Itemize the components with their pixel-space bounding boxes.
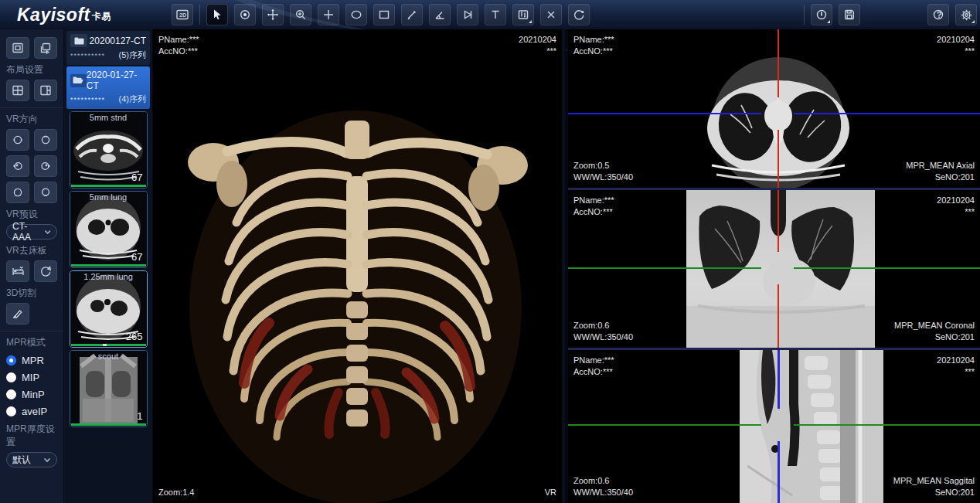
radio-label: aveIP — [22, 406, 47, 417]
crosshair-red-vertical[interactable] — [778, 130, 779, 188]
series-thumbnail-5mm-stnd[interactable]: 5mm stnd 67 — [70, 111, 148, 189]
mpr-mode-option-mip[interactable]: MIP — [6, 372, 57, 383]
thumbnail-label: 5mm lung — [70, 192, 147, 202]
crosshair-red-vertical[interactable] — [778, 190, 779, 252]
vr-orientation-superior-button[interactable] — [6, 182, 29, 203]
patient-masked: ********** — [70, 52, 105, 59]
patient-masked: ********** — [70, 96, 105, 104]
layout-grid-2x2-button[interactable] — [6, 80, 29, 101]
thumbnail-progress-bar — [71, 185, 146, 187]
mpr-mode-option-minp[interactable]: MinP — [6, 389, 57, 400]
crosshair-blue-vertical[interactable] — [778, 441, 780, 503]
series-count: (5)序列 — [119, 49, 146, 61]
measure-length-tool-button[interactable] — [401, 4, 423, 25]
section-label-mpr-thickness: MPR厚度设置 — [6, 423, 57, 449]
viewport-mpr-sagittal[interactable]: PName:***AccNO:*** 20210204*** Zoom:0.6W… — [568, 350, 980, 503]
series-thumbnail-scout[interactable]: scout 1 — [70, 350, 148, 427]
series-thumbnail-5mm-lung[interactable]: 5mm lung 67 — [70, 191, 148, 268]
radio-selected-icon[interactable] — [6, 355, 16, 365]
axial-zoom-wwwl: Zoom:0.5WW/WL:350/40 — [573, 160, 633, 183]
reset-view-button[interactable] — [568, 4, 590, 25]
mpr-mode-option-mpr[interactable]: MPR — [6, 355, 57, 366]
toolbar-separator — [199, 5, 200, 25]
toolbar-right: ? — [927, 4, 977, 25]
vr-orientation-right-button[interactable] — [34, 155, 57, 177]
cine-scroll-tool-button[interactable] — [234, 4, 256, 25]
study-item[interactable]: 20200127-CT ********** (5)序列 — [66, 31, 150, 65]
axial-mode-seno: MPR_MEAN AxialSeNO:201 — [906, 160, 975, 183]
vr-orientation-posterior-button[interactable] — [34, 129, 57, 151]
app-window: Kayisoft卡易 2D — [0, 0, 980, 503]
crosshair-green-horizontal[interactable] — [794, 267, 980, 269]
save-button[interactable] — [839, 4, 860, 25]
crosshair-green-horizontal[interactable] — [568, 267, 761, 269]
zoom-tool-button[interactable] — [290, 4, 311, 25]
power-info-button[interactable] — [811, 4, 832, 25]
radio-icon[interactable] — [6, 389, 16, 399]
chevron-down-icon — [44, 229, 51, 235]
remove-bed-button[interactable] — [6, 260, 29, 282]
radio-icon[interactable] — [6, 406, 16, 416]
vr-preset-value: CT-AAA — [12, 221, 44, 243]
thumbnail-image-number: 1 — [137, 410, 142, 422]
delete-annotation-button[interactable] — [540, 4, 562, 25]
angle-tool-button[interactable] — [429, 4, 451, 25]
layout-panel-arrange-button[interactable] — [34, 37, 57, 59]
toolbar-separator — [804, 5, 805, 25]
pan-tool-button[interactable] — [262, 4, 284, 25]
reset-bed-button[interactable] — [34, 260, 57, 282]
crosshair-tool-button[interactable] — [318, 4, 339, 25]
crosshair-blue-horizontal[interactable] — [568, 113, 761, 114]
viewport-mpr-axial[interactable]: PName:***AccNO:*** 20210204*** Zoom:0.5W… — [568, 29, 980, 188]
sagittal-mode-seno: MPR_MEAN SaggitalSeNO:201 — [893, 475, 975, 498]
thumbnail-image-number: 67 — [131, 251, 142, 263]
folder-closed-icon — [70, 34, 87, 47]
viewport-vr-3d[interactable]: PName:***AccNO:*** 20210204*** Zoom:1.4 … — [153, 29, 565, 503]
crosshair-green-horizontal[interactable] — [568, 424, 761, 426]
vr-ribcage-render — [153, 29, 562, 503]
thumbnail-image-number: 67 — [131, 172, 142, 183]
section-label-mpr-mode: MPR模式 — [6, 336, 57, 349]
layout-split-right-button[interactable] — [34, 80, 57, 101]
ellipse-roi-tool-button[interactable] — [345, 4, 367, 25]
vr-orientation-left-button[interactable] — [6, 155, 29, 177]
radio-icon[interactable] — [6, 372, 16, 382]
vr-preset-select[interactable]: CT-AAA — [6, 224, 57, 240]
viewport-mpr-coronal[interactable]: PName:***AccNO:*** 20210204*** Zoom:0.6W… — [568, 190, 980, 348]
svg-text:2D: 2D — [179, 12, 186, 18]
coronal-patient-info: PName:***AccNO:*** — [573, 195, 614, 218]
axial-study-date: 20210204*** — [937, 34, 975, 57]
window-level-tool-button[interactable] — [512, 4, 534, 25]
cut-knife-button[interactable] — [6, 303, 29, 325]
vr-orientation-inferior-button[interactable] — [34, 182, 57, 203]
mpr-thickness-select[interactable]: 默认 — [6, 452, 57, 467]
section-label-layout: 布局设置 — [6, 63, 57, 76]
rectangle-roi-tool-button[interactable] — [373, 4, 395, 25]
coronal-study-date: 20210204*** — [937, 195, 975, 218]
study-item-selected[interactable]: 2020-01-27-CT ********** (4)序列 — [66, 66, 150, 109]
settings-gear-button[interactable] — [955, 4, 977, 25]
2d-view-button[interactable]: 2D — [172, 4, 193, 25]
series-panel: 20200127-CT ********** (5)序列 2020-01-27-… — [64, 29, 153, 503]
mpr-thickness-value: 默认 — [12, 454, 31, 467]
text-annotation-tool-button[interactable] — [485, 4, 506, 25]
cobb-probe-tool-button[interactable] — [457, 4, 478, 25]
crosshair-red-vertical[interactable] — [778, 284, 779, 348]
section-label-vr-preset: VR预设 — [6, 208, 57, 221]
series-thumbnail-125mm-lung-selected[interactable]: 1.25mm lung 265 — [70, 270, 148, 348]
help-button[interactable]: ? — [927, 4, 949, 25]
crosshair-blue-horizontal[interactable] — [794, 113, 980, 114]
layout-single-view-button[interactable] — [6, 37, 29, 59]
crosshair-blue-vertical[interactable] — [778, 350, 780, 409]
mpr-mode-option-aveip[interactable]: aveIP — [6, 406, 57, 417]
crosshair-green-horizontal[interactable] — [794, 424, 980, 426]
section-label-3d-cut: 3D切割 — [6, 287, 57, 300]
thumbnail-label: 1.25mm lung — [70, 272, 147, 281]
toolbar-mid-right — [804, 4, 860, 25]
pointer-tool-button[interactable] — [206, 4, 228, 25]
crosshair-red-vertical[interactable] — [778, 29, 779, 97]
section-label-vr-bed: VR去床板 — [6, 244, 57, 257]
coronal-mode-seno: MPR_MEAN CoronalSeNO:201 — [894, 320, 975, 343]
vr-orientation-anterior-button[interactable] — [6, 129, 29, 151]
thumbnail-progress-bar — [71, 264, 146, 267]
